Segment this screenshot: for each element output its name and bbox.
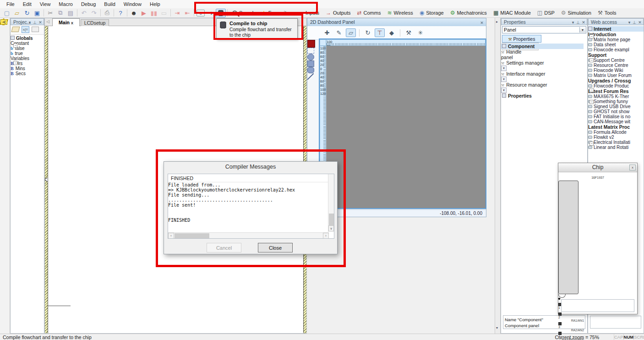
step-over-button[interactable]: ⇤: [182, 9, 192, 17]
toolbox-switch[interactable]: [0, 57, 8, 66]
tree-item-mins[interactable]: BMins: [11, 66, 44, 71]
compile-to-c-button[interactable]: c: [196, 10, 205, 16]
menu-file[interactable]: File: [3, 1, 18, 7]
scrollbar-thumb[interactable]: [175, 233, 209, 239]
favourites-button[interactable]: ★Favourites: [258, 9, 295, 17]
toolbox-macro[interactable]: [0, 94, 8, 103]
compiler-output-area[interactable]: FINISHED File loaded from...=> KJBBclock…: [168, 174, 334, 239]
menu-help[interactable]: Help: [146, 1, 164, 7]
pin-icon[interactable]: ⊥: [575, 19, 581, 25]
compile-to-chip-button[interactable]: [216, 9, 226, 17]
menu-build[interactable]: Build: [100, 1, 119, 7]
copy-button[interactable]: ⧉: [55, 9, 65, 17]
line-tool-icon[interactable]: [307, 73, 314, 80]
target-selector-combo[interactable]: Panel ▼: [502, 26, 586, 33]
menu-edit[interactable]: Edit: [19, 1, 35, 7]
close-icon[interactable]: ✕: [581, 19, 586, 25]
mechatronics-button[interactable]: ⚙Mechatronics: [447, 9, 490, 17]
web-link[interactable]: Flowcode Produc: [588, 83, 634, 88]
simulation-button[interactable]: ⚙Simulation: [558, 9, 595, 17]
web-section-latest-matrix-proc[interactable]: Latest Matrix Proc: [588, 124, 633, 130]
undo-button[interactable]: ↶: [79, 9, 89, 17]
rounded-square-tool-icon[interactable]: [307, 67, 314, 73]
horizontal-scrollbar[interactable]: ‹ ›: [168, 232, 329, 239]
menu-window[interactable]: Window: [120, 1, 145, 7]
expander-icon[interactable]: −: [589, 58, 594, 62]
project-panel-titlebar[interactable]: Projec... ▾ ⊥ ✕: [11, 18, 44, 25]
tools-button[interactable]: ⚒Tools: [595, 9, 619, 17]
component-view-icon[interactable]: [32, 27, 39, 32]
close-icon[interactable]: ✕: [38, 19, 43, 25]
pause-button[interactable]: ▮▮: [149, 9, 159, 17]
vertical-scrollbar[interactable]: ∨: [328, 174, 334, 232]
collapse-right-icon[interactable]: ▸: [496, 20, 498, 24]
scroll-right-icon[interactable]: ›: [323, 233, 329, 239]
property-row-resource-manager[interactable]: ⚒Resource manager: [501, 82, 580, 88]
open-button[interactable]: ▱: [12, 9, 22, 17]
web-section-introduction[interactable]: Introduction: [588, 32, 633, 37]
toolbox-output[interactable]: O: [0, 30, 8, 39]
tree-item-true[interactable]: btrue: [11, 51, 44, 56]
wrench-tool-button[interactable]: ⚒: [404, 28, 414, 37]
toolbox-decision[interactable]: [0, 48, 8, 57]
toolbox-delay[interactable]: D: [0, 39, 8, 48]
tab-properties[interactable]: ⚒Properties: [502, 35, 541, 43]
circle-tool-icon[interactable]: [307, 54, 314, 60]
wireless-button[interactable]: ≋Wireless: [384, 9, 416, 17]
web-link[interactable]: Resource Centre: [588, 63, 634, 68]
web-link[interactable]: CAN-Message wit: [588, 119, 634, 124]
chip-panel-titlebar[interactable]: Chip x: [558, 163, 637, 172]
menu-view[interactable]: View: [36, 1, 55, 7]
chevron-down-icon[interactable]: ▼: [501, 66, 507, 71]
right-splitter[interactable]: ▸ ▾: [495, 18, 501, 334]
web-link[interactable]: Support Centre: [588, 58, 634, 63]
scroll-down-icon[interactable]: ▾: [496, 326, 498, 330]
dialog-title[interactable]: Compiler Messages: [164, 164, 337, 170]
expander-icon[interactable]: −: [13, 61, 17, 65]
wand-tool-button[interactable]: ✳: [415, 28, 426, 37]
web-link[interactable]: FAT Initialise is no: [588, 114, 634, 119]
toolbox-connection-a-minus[interactable]: A-: [0, 66, 8, 76]
run-button[interactable]: ▶: [139, 9, 149, 17]
tab-lcdsetup[interactable]: LCDsetup: [81, 19, 109, 26]
web-section-upgrades-crossg[interactable]: Upgrades / Crossg: [588, 78, 633, 83]
pin-icon[interactable]: ⊥: [32, 19, 38, 25]
expander-icon[interactable]: −: [589, 88, 594, 92]
web-link[interactable]: Flowcode exampl: [588, 47, 634, 52]
close-icon[interactable]: x: [629, 165, 636, 170]
inputs-button[interactable]: →Inputs: [295, 9, 322, 17]
dsp-button[interactable]: ◫DSP: [534, 9, 558, 17]
close-icon[interactable]: ✕: [637, 19, 643, 25]
ghost-debug-button[interactable]: ☻: [129, 9, 139, 17]
web-link[interactable]: Flowkit v2: [588, 135, 634, 140]
web-link[interactable]: Something funny: [588, 99, 634, 104]
expander-icon[interactable]: −: [589, 34, 594, 38]
paste-button[interactable]: ▤: [65, 9, 76, 17]
expander-icon[interactable]: −: [589, 142, 594, 146]
compile-to-hex-button[interactable]: ➔: [206, 9, 216, 17]
web-section-support[interactable]: Support: [588, 52, 633, 58]
tree-item-secs[interactable]: BSecs: [11, 71, 44, 76]
rotate-tool-button[interactable]: ↻: [363, 28, 373, 37]
web-link[interactable]: MAX6675 K-Ther: [588, 94, 634, 99]
property-row-settings-manager[interactable]: ⚒Settings manager: [501, 60, 580, 66]
dashboard-titlebar[interactable]: 2D Dashboard Panel ✕: [307, 18, 486, 26]
expander-icon[interactable]: −: [13, 44, 17, 48]
toolbox-calculation[interactable]: =: [0, 131, 8, 140]
cancel-button[interactable]: Cancel: [207, 243, 241, 252]
toolbox-loop[interactable]: [0, 85, 8, 94]
storage-button[interactable]: ◉Storage: [416, 9, 447, 17]
select-tool-icon[interactable]: [307, 48, 314, 54]
square-tool-icon[interactable]: [307, 60, 314, 67]
miac-module-button[interactable]: ▦MIAC Module: [490, 9, 534, 17]
scroll-left-icon[interactable]: ‹: [168, 233, 174, 239]
outputs-button[interactable]: →Outputs: [322, 9, 354, 17]
help-button[interactable]: ?: [115, 9, 126, 17]
toolbox-simulation[interactable]: SIM: [0, 112, 8, 121]
web-link[interactable]: Signed USB Drive: [588, 104, 634, 109]
tree-root-globals[interactable]: Globals: [11, 36, 44, 41]
cube-tool-button[interactable]: ◆: [387, 28, 397, 37]
step-into-button[interactable]: ⇥: [172, 9, 182, 17]
new-button[interactable]: ▢: [2, 9, 12, 17]
close-icon[interactable]: ✕: [479, 19, 485, 27]
